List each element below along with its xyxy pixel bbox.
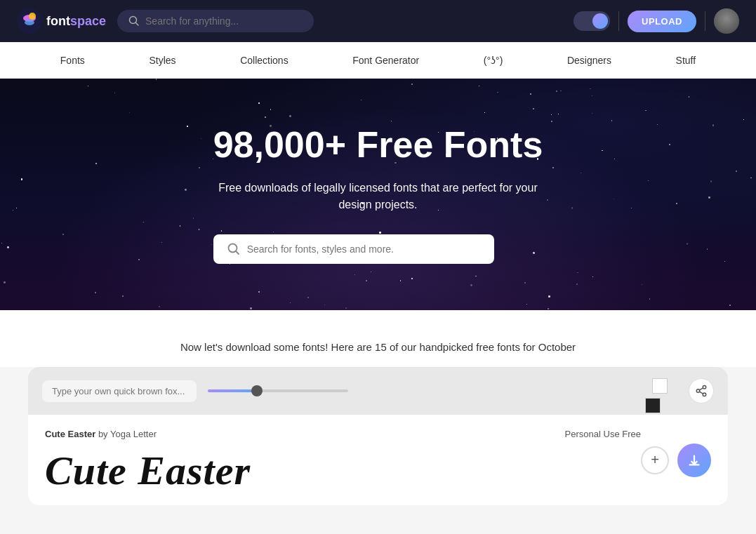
hero-search-bar[interactable] bbox=[213, 234, 494, 264]
promo-text: Now let's download some fonts! Here are … bbox=[28, 327, 728, 367]
svg-line-7 bbox=[236, 251, 239, 254]
logo[interactable]: fontspace bbox=[17, 8, 106, 34]
logo-icon bbox=[17, 8, 42, 34]
color-box-black[interactable] bbox=[645, 398, 661, 413]
color-picker[interactable] bbox=[652, 378, 677, 403]
hero-search-icon bbox=[227, 243, 240, 255]
color-picker-area bbox=[652, 378, 677, 403]
toggle-knob bbox=[592, 13, 608, 29]
hero-content: 98,000+ Free Fonts Free downloads of leg… bbox=[199, 125, 557, 263]
header-right: UPLOAD bbox=[573, 8, 739, 34]
header: fontspace UPLOAD bbox=[0, 0, 756, 42]
font-preview-text: Cute Easter bbox=[45, 448, 251, 493]
nav-item-styles[interactable]: Styles bbox=[135, 42, 190, 78]
nav-item-designers[interactable]: Designers bbox=[553, 42, 625, 78]
header-divider-2 bbox=[705, 11, 705, 31]
svg-line-12 bbox=[699, 388, 703, 390]
slider-fill bbox=[208, 389, 257, 392]
user-avatar[interactable] bbox=[714, 8, 739, 34]
font-author: Yoga Letter bbox=[110, 429, 157, 439]
search-input[interactable] bbox=[145, 15, 303, 27]
add-to-collection-button[interactable]: + bbox=[641, 446, 669, 474]
dark-mode-toggle[interactable] bbox=[573, 11, 610, 31]
download-icon bbox=[687, 453, 702, 468]
nav-item-font-generator[interactable]: Font Generator bbox=[338, 42, 433, 78]
upload-button[interactable]: UPLOAD bbox=[628, 11, 696, 32]
hero-subtitle: Free downloads of legally licensed fonts… bbox=[213, 180, 543, 213]
svg-line-11 bbox=[699, 392, 703, 394]
share-button[interactable] bbox=[689, 378, 714, 403]
font-showcase: Cute Easter by Yoga Letter Personal Use … bbox=[28, 367, 728, 505]
download-button[interactable] bbox=[677, 443, 711, 477]
nav-item-fonts[interactable]: Fonts bbox=[46, 42, 99, 78]
font-controls bbox=[28, 367, 728, 415]
hero-section: 98,000+ Free Fonts Free downloads of leg… bbox=[0, 79, 756, 310]
header-divider-1 bbox=[618, 11, 619, 31]
svg-point-3 bbox=[29, 13, 36, 20]
font-preview-display: Cute Easter bbox=[45, 450, 641, 491]
nav-item-emoticon[interactable]: (°ʖ°) bbox=[470, 42, 517, 78]
hero-title: 98,000+ Free Fonts bbox=[213, 125, 543, 165]
font-name: Cute Easter bbox=[45, 429, 95, 439]
font-author-label: by bbox=[98, 429, 110, 439]
font-info: Cute Easter by Yoga Letter Personal Use … bbox=[45, 429, 641, 491]
font-display: Cute Easter by Yoga Letter Personal Use … bbox=[28, 415, 728, 505]
font-size-slider-track[interactable] bbox=[208, 389, 348, 392]
main-nav: Fonts Styles Collections Font Generator … bbox=[0, 42, 756, 79]
avatar-image bbox=[714, 8, 739, 34]
slider-thumb[interactable] bbox=[251, 385, 263, 396]
nav-item-stuff[interactable]: Stuff bbox=[662, 42, 710, 78]
promo-section: Now let's download some fonts! Here are … bbox=[0, 310, 756, 367]
font-size-slider-area bbox=[208, 389, 641, 392]
share-icon bbox=[695, 385, 708, 397]
hero-search-input[interactable] bbox=[247, 243, 480, 255]
font-preview-input[interactable] bbox=[42, 380, 197, 402]
logo-text-space: space bbox=[70, 14, 106, 28]
svg-line-5 bbox=[136, 23, 139, 26]
logo-text-font: font bbox=[46, 14, 70, 28]
color-box-white[interactable] bbox=[652, 378, 668, 394]
search-bar[interactable] bbox=[117, 10, 314, 32]
font-meta: Cute Easter by Yoga Letter Personal Use … bbox=[45, 429, 641, 439]
font-actions: + bbox=[641, 443, 711, 477]
nav-item-collections[interactable]: Collections bbox=[226, 42, 302, 78]
font-license: Personal Use Free bbox=[565, 429, 641, 439]
search-icon bbox=[128, 15, 140, 27]
svg-point-2 bbox=[25, 20, 34, 25]
